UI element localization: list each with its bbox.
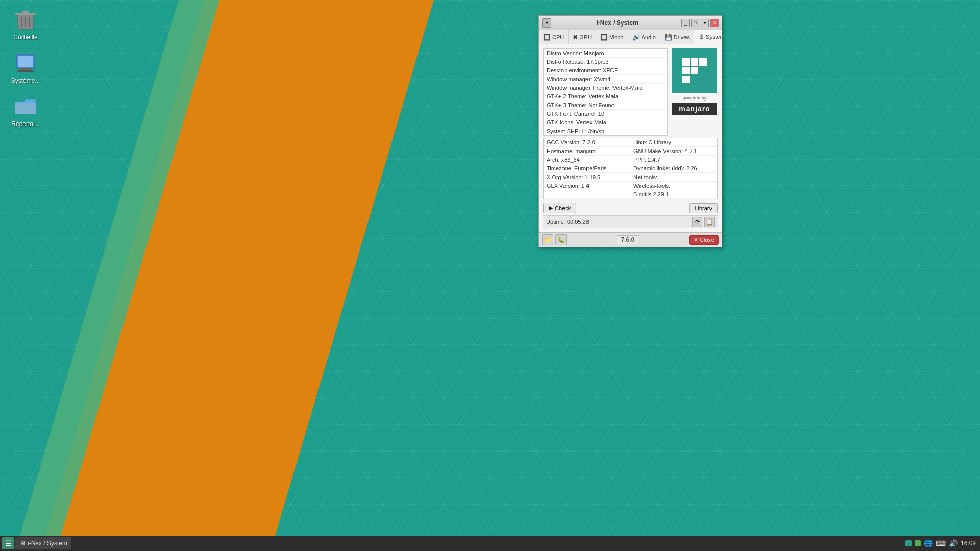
svg-rect-15 (682, 67, 690, 74)
info-row-gtk2-theme: GTK+ 2 Theme: Vertex-Maia (544, 92, 667, 101)
version-badge: 7.6.0 (617, 235, 640, 244)
tab-audio[interactable]: 🔊 Audio (628, 30, 660, 44)
svg-rect-12 (17, 70, 34, 72)
info-net-tools: Net-tools: (630, 173, 717, 182)
svg-rect-5 (22, 11, 29, 13)
desktop-icon-systeme[interactable]: Système... (5, 48, 46, 87)
svg-rect-18 (691, 67, 698, 74)
taskbar-right: 🌐 ⌨ 🔊 16:09 (901, 539, 980, 547)
taskbar-time: 16:09 (961, 540, 976, 547)
svg-rect-16 (682, 76, 690, 83)
svg-rect-10 (18, 56, 33, 67)
desktop-icons-container: Corbeille Système... Répertoi... (5, 5, 46, 130)
system-info-list: Distro Vendor: Manjaro Distro Release: 1… (543, 48, 668, 136)
library-button[interactable]: Library (689, 203, 718, 213)
info-row-window-manager: Window manager: Xfwm4 (544, 75, 667, 84)
tab-mobo-label: Mobo (609, 34, 624, 40)
info-timezone: Timezone: Europe/Paris (544, 164, 630, 173)
info-ppp: PPP: 2.4.7 (630, 156, 717, 164)
taskbar-window-label: i-Nex / System (28, 540, 67, 547)
check-button-label: Check (555, 205, 571, 211)
button-row: ▶ Check Library (543, 203, 718, 213)
corbeille-icon (13, 8, 38, 32)
svg-rect-13 (15, 103, 36, 114)
minimize-button[interactable]: _ (681, 19, 690, 27)
tab-drives[interactable]: 💾 Drives (660, 30, 694, 44)
manjaro-logo-box (672, 48, 717, 93)
tab-mobo[interactable]: 🔲 Mobo (596, 30, 628, 44)
taskbar-window-item[interactable]: 🖥 i-Nex / System (15, 537, 71, 549)
system-tab-icon: 🖥 (698, 33, 704, 40)
info-binutils: Binutils 2.29.1 (630, 190, 717, 199)
apps-menu-icon: ☰ (5, 539, 12, 547)
tab-drives-label: Drives (674, 34, 690, 40)
tab-cpu[interactable]: 🔲 CPU (539, 30, 569, 44)
desktop-background (0, 0, 980, 551)
info-row-desktop-env: Desktop environment: XFCE (544, 66, 667, 75)
desktop-icon-repertoire[interactable]: Répertoi... (5, 92, 46, 130)
svg-rect-4 (15, 13, 36, 15)
taskbar: ☰ 🖥 i-Nex / System 🌐 ⌨ 🔊 16:09 (0, 536, 980, 551)
svg-rect-17 (691, 58, 698, 66)
library-button-label: Library (695, 205, 712, 211)
uptime-text: Uptime: 00:05:28 (546, 219, 690, 225)
apps-menu-button[interactable]: ☰ (2, 537, 14, 549)
mobo-tab-icon: 🔲 (600, 34, 608, 41)
manjaro-logo-area: powered by manjaro (672, 48, 718, 136)
cpu-tab-icon: 🔲 (543, 34, 551, 41)
window-content: Distro Vendor: Manjaro Distro Release: 1… (539, 44, 722, 232)
window-menu-button[interactable]: ▾ (542, 18, 551, 28)
desktop: Corbeille Système... Répertoi... (0, 0, 980, 551)
dual-info-table: GCC Version: 7.2.0 Linux C Library: Host… (543, 138, 718, 199)
info-arch: Arch: x86_64 (544, 156, 630, 164)
titlebar-controls: _ □ ▾ ✕ (681, 19, 719, 27)
window-title: i-Nex / System (553, 19, 681, 27)
info-gnu-make: GNU Make Version: 4.2.1 (630, 147, 717, 156)
tab-system[interactable]: 🖥 System (694, 30, 722, 44)
check-button[interactable]: ▶ Check (543, 203, 576, 213)
info-row-gtk-icons: GTK Icons: Vertex-Maia (544, 118, 667, 127)
refresh-button[interactable]: ⟳ (692, 217, 702, 227)
maximize-button[interactable]: □ (691, 19, 699, 27)
window-tabs: 🔲 CPU ✖ GPU 🔲 Mobo 🔊 Audio 💾 Drives 🖥 (539, 30, 722, 44)
taskbar-left: ☰ 🖥 i-Nex / System (0, 537, 74, 549)
keyboard-icon[interactable]: ⌨ (936, 539, 946, 547)
folder-icon-btn[interactable]: 📁 (542, 234, 553, 245)
gpu-tab-icon: ✖ (573, 34, 578, 41)
info-dynamic-linker: Dynamic linker (ldd): 2.26 (630, 164, 717, 173)
info-xorg: X.Org Version: 1.19.5 (544, 173, 630, 182)
tab-cpu-label: CPU (552, 34, 564, 40)
info-empty-left (544, 190, 630, 199)
bug-icon-btn[interactable]: 🐛 (555, 234, 567, 245)
info-gcc: GCC Version: 7.2.0 (544, 138, 630, 147)
network-icon[interactable]: 🌐 (924, 539, 933, 547)
systeme-label: Système... (11, 77, 40, 84)
close-bottom-label: Close (700, 237, 714, 243)
powered-by-label: powered by (683, 95, 707, 101)
desktop-icon-corbeille[interactable]: Corbeille (5, 5, 46, 43)
shade-button[interactable]: ▾ (701, 19, 709, 27)
manjaro-brand-box: manjaro (672, 103, 717, 115)
tab-audio-label: Audio (642, 34, 656, 40)
corbeille-label: Corbeille (13, 34, 37, 41)
close-button[interactable]: ✕ (710, 19, 719, 27)
check-play-icon: ▶ (549, 205, 553, 211)
taskbar-window-icon: 🖥 (19, 540, 26, 547)
info-row-gtk3-theme: GTK+ 3 Theme: Not Found (544, 101, 667, 110)
inex-window: ▾ i-Nex / System _ □ ▾ ✕ 🔲 CPU ✖ GPU 🔲 M… (538, 15, 722, 247)
info-row-gtk-font: GTK Font: Cantarell 10 (544, 110, 667, 118)
close-bottom-button[interactable]: ✕ Close (689, 235, 719, 245)
copy-button[interactable]: 📋 (704, 217, 715, 227)
info-row-distro-release: Distro Release: 17.1pre3 (544, 58, 667, 66)
audio-icon[interactable]: 🔊 (949, 539, 958, 547)
info-hostname: Hostname: manjaro (544, 147, 630, 156)
svg-rect-11 (19, 68, 32, 70)
tab-gpu[interactable]: ✖ GPU (569, 30, 596, 44)
window-titlebar[interactable]: ▾ i-Nex / System _ □ ▾ ✕ (539, 16, 722, 30)
close-x-icon: ✕ (694, 237, 698, 243)
audio-tab-icon: 🔊 (632, 34, 640, 41)
systeme-icon (13, 51, 38, 76)
info-row-shell: System SHELL: /bin/sh (544, 127, 667, 135)
repertoire-label: Répertoi... (11, 120, 39, 128)
info-row-wm-theme: Window manager Theme: Vertex-Maia (544, 84, 667, 92)
